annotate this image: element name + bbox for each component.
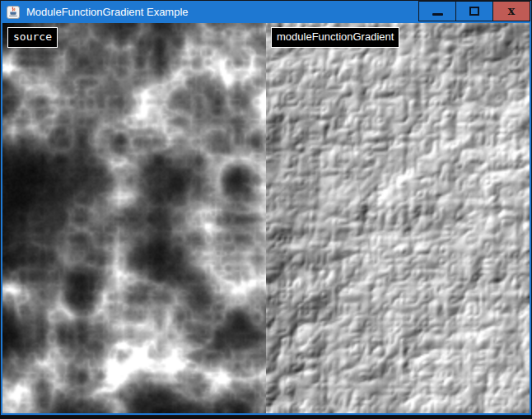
screenshot-frame: ModuleFunctionGradient Example x source <box>0 0 532 419</box>
app-window: ModuleFunctionGradient Example x source <box>0 0 532 416</box>
java-coffee-cup-icon <box>7 6 20 19</box>
titlebar[interactable]: ModuleFunctionGradient Example x <box>1 1 531 23</box>
minimize-button[interactable] <box>418 1 456 21</box>
source-label-text: source <box>13 30 52 43</box>
gradient-label: moduleFunctionGradient <box>271 27 399 48</box>
gradient-label-text: moduleFunctionGradient <box>277 30 394 43</box>
source-noise-image <box>2 23 266 413</box>
gradient-image-panel: moduleFunctionGradient <box>266 23 530 413</box>
close-icon: x <box>508 5 515 16</box>
maximize-icon <box>469 7 479 16</box>
minimize-icon <box>432 13 443 16</box>
close-button[interactable]: x <box>492 1 530 21</box>
window-controls: x <box>419 1 531 23</box>
window-title: ModuleFunctionGradient Example <box>26 1 419 23</box>
window-shadow <box>0 416 532 419</box>
maximize-button[interactable] <box>455 1 493 21</box>
content-area: source moduleFunctionGradient <box>2 23 530 413</box>
source-label: source <box>7 27 58 48</box>
gradient-noise-image <box>266 23 530 413</box>
source-image-panel: source <box>2 23 266 413</box>
